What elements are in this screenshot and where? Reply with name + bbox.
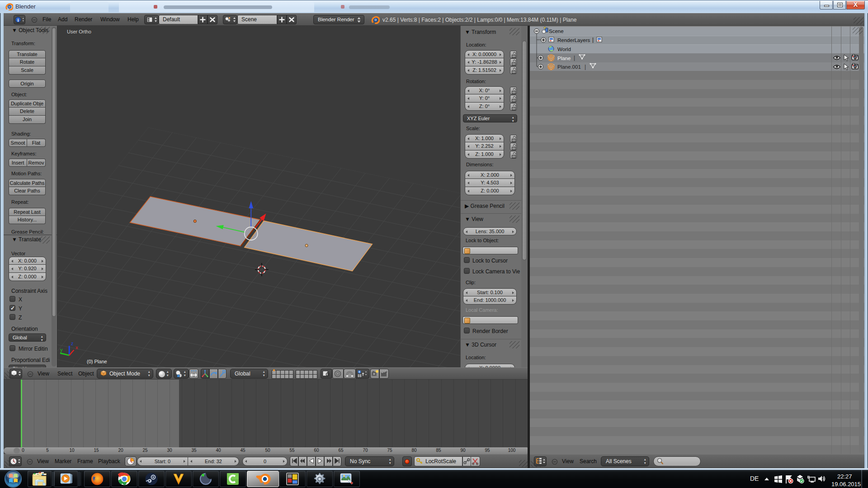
svg-text:User Ortho: User Ortho bbox=[67, 29, 91, 34]
svg-text:World: World bbox=[557, 47, 571, 52]
svg-text:Scene: Scene bbox=[549, 28, 564, 34]
svg-text:(0) Plane: (0) Plane bbox=[87, 359, 107, 364]
svg-text:Plane: Plane bbox=[557, 56, 571, 61]
svg-text:|: | bbox=[585, 64, 586, 70]
svg-text:x: x bbox=[75, 345, 78, 350]
svg-text:Plane.001: Plane.001 bbox=[557, 64, 581, 70]
svg-text:y: y bbox=[60, 347, 63, 352]
svg-text:|: | bbox=[574, 55, 575, 61]
svg-text:RenderLayers: RenderLayers bbox=[557, 38, 590, 43]
svg-text:i: i bbox=[17, 17, 19, 23]
svg-text:z: z bbox=[71, 341, 74, 346]
svg-text:|: | bbox=[592, 37, 594, 43]
